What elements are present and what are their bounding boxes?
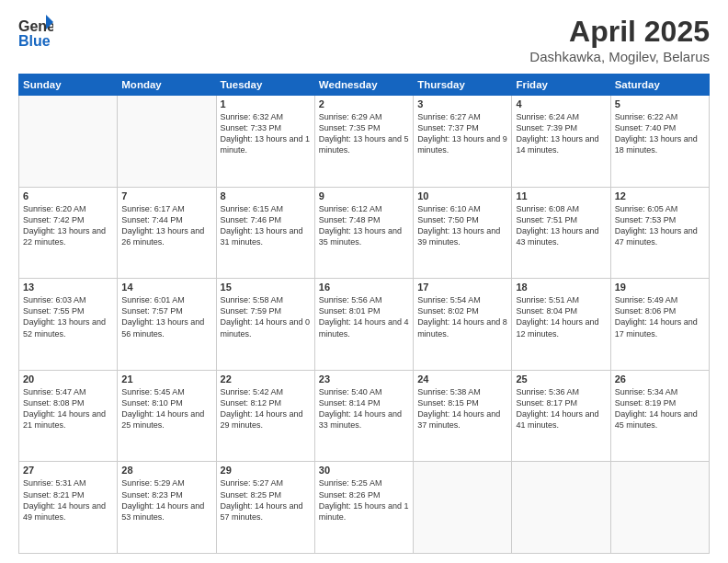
calendar-header-tuesday: Tuesday: [216, 75, 314, 96]
day-number: 28: [121, 465, 211, 476]
day-info: Sunrise: 6:32 AM Sunset: 7:33 PM Dayligh…: [221, 111, 311, 156]
calendar-cell: 18Sunrise: 5:51 AM Sunset: 8:04 PM Dayli…: [512, 279, 610, 371]
calendar-cell: [414, 462, 512, 554]
calendar-week-3: 13Sunrise: 6:03 AM Sunset: 7:55 PM Dayli…: [19, 279, 710, 371]
day-info: Sunrise: 6:24 AM Sunset: 7:39 PM Dayligh…: [516, 111, 606, 156]
day-number: 10: [417, 190, 507, 201]
day-info: Sunrise: 6:12 AM Sunset: 7:48 PM Dayligh…: [319, 203, 409, 248]
calendar-cell: 26Sunrise: 5:34 AM Sunset: 8:19 PM Dayli…: [610, 370, 709, 462]
day-info: Sunrise: 6:03 AM Sunset: 7:55 PM Dayligh…: [23, 294, 113, 339]
day-info: Sunrise: 5:29 AM Sunset: 8:23 PM Dayligh…: [121, 477, 211, 523]
day-info: Sunrise: 5:47 AM Sunset: 8:08 PM Dayligh…: [23, 386, 113, 431]
day-info: Sunrise: 6:22 AM Sunset: 7:40 PM Dayligh…: [615, 111, 705, 156]
day-number: 1: [221, 98, 311, 109]
day-info: Sunrise: 5:25 AM Sunset: 8:26 PM Dayligh…: [319, 477, 409, 523]
calendar-cell: [19, 96, 118, 188]
logo: General Blue: [18, 15, 53, 52]
calendar-cell: 1Sunrise: 6:32 AM Sunset: 7:33 PM Daylig…: [216, 96, 314, 188]
day-number: 19: [615, 282, 705, 293]
day-number: 4: [516, 98, 606, 109]
day-info: Sunrise: 5:38 AM Sunset: 8:15 PM Dayligh…: [417, 386, 507, 431]
day-number: 15: [221, 282, 311, 293]
day-info: Sunrise: 5:27 AM Sunset: 8:25 PM Dayligh…: [221, 477, 311, 523]
day-number: 27: [23, 465, 113, 476]
calendar-cell: 3Sunrise: 6:27 AM Sunset: 7:37 PM Daylig…: [414, 96, 512, 188]
calendar-cell: 17Sunrise: 5:54 AM Sunset: 8:02 PM Dayli…: [414, 279, 512, 371]
calendar-week-2: 6Sunrise: 6:20 AM Sunset: 7:42 PM Daylig…: [19, 187, 710, 279]
day-number: 2: [319, 98, 409, 109]
day-number: 3: [417, 98, 507, 109]
calendar-cell: 6Sunrise: 6:20 AM Sunset: 7:42 PM Daylig…: [19, 187, 118, 279]
day-info: Sunrise: 5:51 AM Sunset: 8:04 PM Dayligh…: [516, 294, 606, 339]
calendar-cell: 25Sunrise: 5:36 AM Sunset: 8:17 PM Dayli…: [512, 370, 610, 462]
day-number: 26: [615, 373, 705, 385]
day-info: Sunrise: 5:31 AM Sunset: 8:21 PM Dayligh…: [23, 477, 113, 523]
calendar-cell: 14Sunrise: 6:01 AM Sunset: 7:57 PM Dayli…: [118, 279, 216, 371]
calendar-cell: 27Sunrise: 5:31 AM Sunset: 8:21 PM Dayli…: [19, 462, 118, 554]
day-number: 25: [516, 373, 606, 385]
day-info: Sunrise: 6:15 AM Sunset: 7:46 PM Dayligh…: [221, 203, 311, 248]
calendar-cell: 22Sunrise: 5:42 AM Sunset: 8:12 PM Dayli…: [216, 370, 314, 462]
calendar-cell: [610, 462, 709, 554]
calendar-cell: [512, 462, 610, 554]
day-number: 5: [615, 98, 705, 109]
calendar-week-5: 27Sunrise: 5:31 AM Sunset: 8:21 PM Dayli…: [19, 462, 710, 554]
calendar-week-4: 20Sunrise: 5:47 AM Sunset: 8:08 PM Dayli…: [19, 370, 710, 462]
calendar-header-row: SundayMondayTuesdayWednesdayThursdayFrid…: [19, 75, 710, 96]
day-number: 9: [319, 190, 409, 201]
day-number: 6: [23, 190, 113, 201]
day-number: 8: [221, 190, 311, 201]
calendar-cell: 7Sunrise: 6:17 AM Sunset: 7:44 PM Daylig…: [118, 187, 216, 279]
day-info: Sunrise: 5:36 AM Sunset: 8:17 PM Dayligh…: [516, 386, 606, 431]
calendar-cell: 20Sunrise: 5:47 AM Sunset: 8:08 PM Dayli…: [19, 370, 118, 462]
calendar-cell: 5Sunrise: 6:22 AM Sunset: 7:40 PM Daylig…: [610, 96, 709, 188]
day-info: Sunrise: 6:10 AM Sunset: 7:50 PM Dayligh…: [417, 203, 507, 248]
day-number: 22: [221, 373, 311, 385]
day-number: 29: [221, 465, 311, 476]
day-info: Sunrise: 6:01 AM Sunset: 7:57 PM Dayligh…: [121, 294, 211, 339]
calendar-cell: 13Sunrise: 6:03 AM Sunset: 7:55 PM Dayli…: [19, 279, 118, 371]
calendar-cell: 4Sunrise: 6:24 AM Sunset: 7:39 PM Daylig…: [512, 96, 610, 188]
day-number: 21: [121, 373, 211, 385]
logo-icon: General Blue: [18, 15, 53, 52]
day-number: 30: [319, 465, 409, 476]
day-info: Sunrise: 6:05 AM Sunset: 7:53 PM Dayligh…: [615, 203, 705, 248]
calendar-header-monday: Monday: [118, 75, 216, 96]
calendar-cell: 19Sunrise: 5:49 AM Sunset: 8:06 PM Dayli…: [610, 279, 709, 371]
day-info: Sunrise: 5:58 AM Sunset: 7:59 PM Dayligh…: [221, 294, 311, 339]
day-number: 11: [516, 190, 606, 201]
day-info: Sunrise: 5:34 AM Sunset: 8:19 PM Dayligh…: [615, 386, 705, 431]
calendar-cell: 29Sunrise: 5:27 AM Sunset: 8:25 PM Dayli…: [216, 462, 314, 554]
day-info: Sunrise: 6:17 AM Sunset: 7:44 PM Dayligh…: [121, 203, 211, 248]
svg-text:Blue: Blue: [18, 33, 51, 49]
calendar-cell: 2Sunrise: 6:29 AM Sunset: 7:35 PM Daylig…: [314, 96, 413, 188]
calendar-cell: 24Sunrise: 5:38 AM Sunset: 8:15 PM Dayli…: [414, 370, 512, 462]
calendar-cell: [118, 96, 216, 188]
calendar-header-friday: Friday: [512, 75, 610, 96]
calendar-table: SundayMondayTuesdayWednesdayThursdayFrid…: [18, 74, 710, 554]
calendar-cell: 10Sunrise: 6:10 AM Sunset: 7:50 PM Dayli…: [414, 187, 512, 279]
calendar-header-thursday: Thursday: [414, 75, 512, 96]
day-number: 24: [417, 373, 507, 385]
calendar-cell: 9Sunrise: 6:12 AM Sunset: 7:48 PM Daylig…: [314, 187, 413, 279]
day-number: 7: [121, 190, 211, 201]
month-title: April 2025: [529, 15, 710, 49]
day-number: 13: [23, 282, 113, 293]
day-number: 14: [121, 282, 211, 293]
calendar-cell: 30Sunrise: 5:25 AM Sunset: 8:26 PM Dayli…: [314, 462, 413, 554]
day-number: 20: [23, 373, 113, 385]
day-info: Sunrise: 6:08 AM Sunset: 7:51 PM Dayligh…: [516, 203, 606, 248]
day-number: 18: [516, 282, 606, 293]
day-info: Sunrise: 6:20 AM Sunset: 7:42 PM Dayligh…: [23, 203, 113, 248]
calendar-cell: 12Sunrise: 6:05 AM Sunset: 7:53 PM Dayli…: [610, 187, 709, 279]
calendar-cell: 28Sunrise: 5:29 AM Sunset: 8:23 PM Dayli…: [118, 462, 216, 554]
location-title: Dashkawka, Mogilev, Belarus: [529, 49, 710, 64]
calendar-cell: 15Sunrise: 5:58 AM Sunset: 7:59 PM Dayli…: [216, 279, 314, 371]
day-info: Sunrise: 6:29 AM Sunset: 7:35 PM Dayligh…: [319, 111, 409, 156]
day-info: Sunrise: 5:54 AM Sunset: 8:02 PM Dayligh…: [417, 294, 507, 339]
page: General Blue April 2025 Dashkawka, Mogil…: [0, 0, 728, 563]
day-info: Sunrise: 5:49 AM Sunset: 8:06 PM Dayligh…: [615, 294, 705, 339]
calendar-cell: 23Sunrise: 5:40 AM Sunset: 8:14 PM Dayli…: [314, 370, 413, 462]
calendar-header-wednesday: Wednesday: [314, 75, 413, 96]
calendar-header-sunday: Sunday: [19, 75, 118, 96]
